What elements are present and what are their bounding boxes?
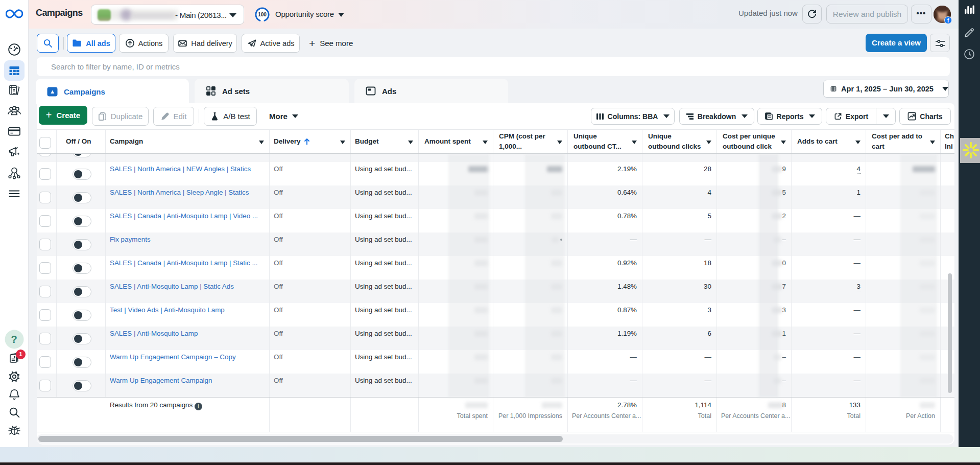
svg-text:100: 100	[258, 12, 267, 17]
